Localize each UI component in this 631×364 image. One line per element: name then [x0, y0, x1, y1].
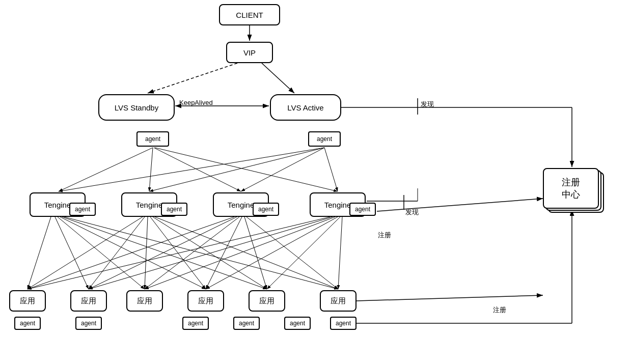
svg-line-44 — [377, 199, 543, 211]
svg-line-34 — [145, 217, 335, 289]
svg-line-24 — [153, 217, 267, 289]
app3-node: 应用 — [126, 290, 163, 312]
svg-line-14 — [28, 217, 51, 289]
svg-line-7 — [149, 148, 153, 191]
svg-line-20 — [28, 217, 143, 289]
agent-app1-node: agent — [14, 317, 41, 330]
svg-line-10 — [59, 148, 324, 191]
app6-node: 应用 — [320, 290, 356, 312]
architecture-diagram: CLIENT VIP LVS Standby LVS Active agent … — [0, 0, 631, 364]
svg-line-25 — [155, 217, 338, 289]
svg-line-12 — [241, 148, 324, 191]
svg-line-36 — [267, 217, 340, 289]
svg-line-4 — [262, 63, 294, 93]
app5-node: 应用 — [249, 290, 285, 312]
svg-line-29 — [206, 217, 242, 289]
agent-app6b-node: agent — [330, 317, 356, 330]
svg-line-22 — [145, 217, 148, 289]
svg-line-6 — [59, 148, 153, 191]
svg-line-35 — [206, 217, 338, 289]
agent-lvs-standby-node: agent — [136, 131, 169, 147]
svg-line-21 — [89, 217, 145, 289]
zhuce1-label: 注册 — [378, 231, 391, 240]
client-node: CLIENT — [219, 4, 280, 25]
svg-line-33 — [89, 217, 333, 289]
svg-line-18 — [62, 217, 267, 289]
svg-line-13 — [324, 148, 338, 191]
agent-tengine4-node: agent — [349, 203, 376, 216]
faxian1-label: 发现 — [421, 100, 434, 109]
svg-line-27 — [89, 217, 237, 289]
svg-line-23 — [150, 217, 206, 289]
agent-app2-node: agent — [75, 317, 102, 330]
keepalived-label: KeepAlived — [179, 99, 213, 106]
agent-tengine1-node: agent — [69, 203, 96, 216]
svg-line-28 — [145, 217, 239, 289]
agent-app6a-node: agent — [284, 317, 311, 330]
svg-line-17 — [60, 217, 206, 289]
agent-app4-node: agent — [182, 317, 209, 330]
app2-node: 应用 — [70, 290, 107, 312]
agent-lvs-active-node: agent — [308, 131, 341, 147]
lvs-standby-node: LVS Standby — [98, 94, 175, 121]
svg-line-19 — [64, 217, 338, 289]
agent-app5-node: agent — [233, 317, 260, 330]
app4-node: 应用 — [187, 290, 224, 312]
svg-line-30 — [244, 217, 267, 289]
svg-line-26 — [28, 217, 234, 289]
app1-node: 应用 — [9, 290, 46, 312]
agent-tengine2-node: agent — [161, 203, 187, 216]
svg-line-37 — [338, 217, 342, 289]
faxian2-label: 发现 — [405, 208, 419, 217]
zhuce2-label: 注册 — [493, 305, 506, 315]
svg-line-9 — [155, 148, 338, 191]
svg-line-3 — [148, 63, 237, 93]
svg-line-32 — [28, 217, 330, 289]
svg-line-31 — [246, 217, 338, 289]
agent-tengine3-node: agent — [253, 203, 279, 216]
svg-line-8 — [154, 148, 241, 191]
zhuce-center-node: 注册 中心 — [543, 168, 599, 209]
svg-line-11 — [149, 148, 324, 191]
svg-line-15 — [55, 217, 89, 289]
svg-line-16 — [58, 217, 145, 289]
svg-line-45 — [356, 295, 543, 301]
lvs-active-node: LVS Active — [270, 94, 341, 121]
vip-node: VIP — [226, 42, 273, 63]
